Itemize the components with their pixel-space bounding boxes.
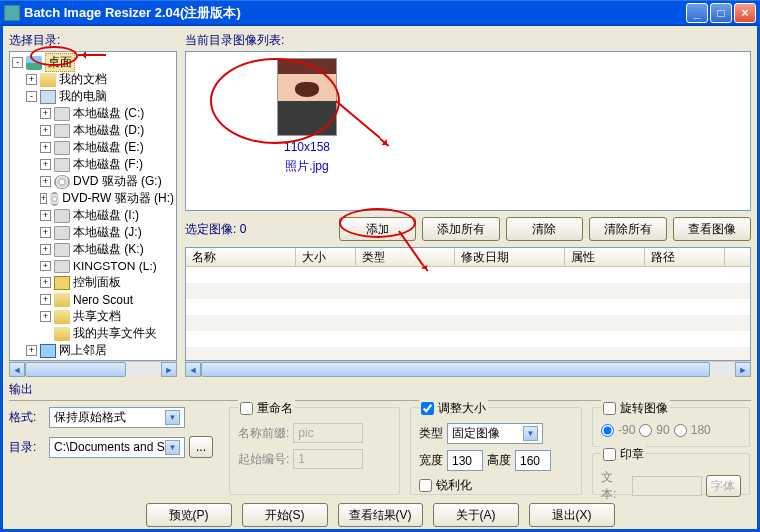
minimize-button[interactable]: _ <box>686 3 708 23</box>
image-list-label: 当前目录图像列表: <box>185 32 751 49</box>
selected-images-label: 选定图像: <box>185 222 236 236</box>
format-combo[interactable]: 保持原始格式▼ <box>49 407 185 428</box>
format-label: 格式: <box>9 409 45 426</box>
tree-icon <box>40 361 56 362</box>
tree-icon <box>54 276 70 290</box>
title-bar: Batch Image Resizer 2.04(注册版本) _ □ × <box>0 0 760 26</box>
tree-item[interactable]: +本地磁盘 (D:) <box>12 122 174 139</box>
exit-button[interactable]: 退出(X) <box>529 503 615 527</box>
tree-icon <box>54 310 70 324</box>
resize-type-combo[interactable]: 固定图像▼ <box>447 423 543 444</box>
maximize-button[interactable]: □ <box>710 3 732 23</box>
clear-button[interactable]: 清除 <box>506 217 584 241</box>
width-input[interactable] <box>447 450 483 471</box>
tree-item[interactable]: +本地磁盘 (I:) <box>12 207 174 224</box>
column-header[interactable]: 修改日期 <box>455 248 565 266</box>
column-header[interactable]: 名称 <box>186 248 296 266</box>
tree-item[interactable]: +本地磁盘 (F:) <box>12 156 174 173</box>
browse-dir-button[interactable]: ... <box>189 436 213 458</box>
thumbnail-filename: 照片.jpg <box>252 158 362 175</box>
sharpen-checkbox[interactable] <box>419 479 432 492</box>
stamp-checkbox[interactable] <box>603 448 616 461</box>
prefix-input <box>293 423 363 443</box>
rotate-checkbox[interactable] <box>603 402 616 415</box>
tree-item[interactable]: -我的电脑 <box>12 88 174 105</box>
output-label: 输出 <box>9 381 751 401</box>
tree-icon <box>40 90 56 104</box>
selected-table: 名称大小类型修改日期属性路径 <box>185 247 751 361</box>
stamp-group: 印章 文本:字体 <box>592 453 750 495</box>
tree-icon <box>40 344 56 358</box>
stamp-text-input <box>632 476 702 496</box>
rotate-90[interactable] <box>639 424 652 437</box>
resize-group: 调整大小 类型 固定图像▼ 宽度 高度 锐利化 <box>410 407 582 495</box>
window-title: Batch Image Resizer 2.04(注册版本) <box>24 4 686 22</box>
about-button[interactable]: 关于(A) <box>433 503 519 527</box>
tree-icon <box>54 209 70 223</box>
tree-item[interactable]: +控制面板 <box>12 274 174 291</box>
tree-item[interactable]: +Nero Scout <box>12 291 174 308</box>
font-button: 字体 <box>706 475 741 497</box>
tree-icon <box>54 243 70 257</box>
tree-item[interactable]: +共享文档 <box>12 308 174 325</box>
column-header[interactable]: 大小 <box>296 248 356 266</box>
view-result-button[interactable]: 查看结果(V) <box>338 503 423 527</box>
selected-count: 0 <box>240 222 247 236</box>
select-dir-label: 选择目录: <box>9 32 177 49</box>
resize-checkbox[interactable] <box>421 402 434 415</box>
tree-item[interactable]: +DVD-RW 驱动器 (H:) <box>12 190 174 207</box>
rotate-group: 旋转图像 -90 90 180 <box>592 407 750 447</box>
tree-item[interactable]: +本地磁盘 (J:) <box>12 224 174 241</box>
thumbnail-area[interactable]: 110x158 照片.jpg <box>185 51 751 211</box>
tree-icon <box>54 158 70 172</box>
rotate-neg90[interactable] <box>601 424 614 437</box>
tree-icon <box>54 124 70 138</box>
tree-icon <box>54 141 70 155</box>
height-input[interactable] <box>515 450 551 471</box>
thumbnail-image <box>277 58 337 136</box>
rotate-180[interactable] <box>674 424 687 437</box>
column-header[interactable]: 类型 <box>356 248 455 266</box>
tree-item[interactable]: 我的共享文件夹 <box>12 325 174 342</box>
column-header[interactable]: 属性 <box>565 248 645 266</box>
close-button[interactable]: × <box>734 3 756 23</box>
view-image-button[interactable]: 查看图像 <box>673 217 751 241</box>
tree-item[interactable]: 回收站 <box>12 359 174 361</box>
tree-icon <box>54 260 70 273</box>
rename-checkbox[interactable] <box>240 402 253 415</box>
chevron-down-icon: ▼ <box>165 440 180 455</box>
tree-icon <box>54 327 70 341</box>
tree-icon <box>54 107 70 121</box>
app-icon <box>4 5 20 21</box>
rename-group: 重命名 名称前缀: 起始编号: <box>229 407 400 495</box>
start-num-input <box>293 449 363 469</box>
start-button[interactable]: 开始(S) <box>242 503 328 527</box>
tree-icon <box>54 293 70 307</box>
preview-button[interactable]: 预览(P) <box>146 503 232 527</box>
tree-icon <box>54 175 70 189</box>
tree-hscrollbar[interactable]: ◄► <box>9 361 177 377</box>
tree-item[interactable]: +我的文档 <box>12 71 174 88</box>
tree-item[interactable]: +网上邻居 <box>12 342 174 359</box>
dir-combo[interactable]: C:\Documents and S▼ <box>49 437 185 458</box>
tree-item[interactable]: +本地磁盘 (K:) <box>12 241 174 258</box>
chevron-down-icon: ▼ <box>165 410 180 425</box>
tree-item[interactable]: +本地磁盘 (E:) <box>12 139 174 156</box>
add-all-button[interactable]: 添加所有 <box>422 217 500 241</box>
dir-label: 目录: <box>9 439 45 456</box>
table-body[interactable] <box>186 267 750 360</box>
clear-all-button[interactable]: 清除所有 <box>589 217 667 241</box>
tree-item[interactable]: +DVD 驱动器 (G:) <box>12 173 174 190</box>
add-button[interactable]: 添加 <box>339 217 416 241</box>
tree-item[interactable]: -桌面 <box>12 54 174 71</box>
tree-icon <box>50 192 59 206</box>
column-header[interactable]: 路径 <box>645 248 725 266</box>
thumbnail-dimensions: 110x158 <box>252 140 362 154</box>
tree-item[interactable]: +KINGSTON (L:) <box>12 258 174 274</box>
table-hscrollbar[interactable]: ◄► <box>185 361 751 377</box>
tree-item[interactable]: +本地磁盘 (C:) <box>12 105 174 122</box>
tree-icon <box>54 226 70 240</box>
directory-tree[interactable]: -桌面+我的文档-我的电脑+本地磁盘 (C:)+本地磁盘 (D:)+本地磁盘 (… <box>9 51 177 361</box>
thumbnail-item[interactable]: 110x158 照片.jpg <box>252 58 362 175</box>
tree-icon <box>40 73 56 87</box>
